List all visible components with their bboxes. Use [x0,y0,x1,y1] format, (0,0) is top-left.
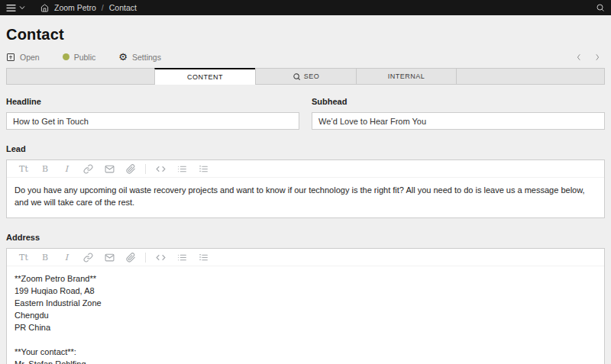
unordered-list-icon [177,253,187,263]
topbar: Zoom Petro / Contact [0,0,611,15]
search-button[interactable] [596,3,605,12]
ordered-list-icon [199,253,209,263]
paperclip-icon [126,164,136,174]
page-pager [576,53,605,61]
toolbar-divider [145,253,146,263]
content-form: Headline Subhead Lead Tt B I Do you hav [0,85,611,364]
unordered-list-icon [177,164,187,174]
attachment-button[interactable] [120,249,141,266]
bold-button[interactable]: B [34,160,56,177]
breadcrumb-separator: / [102,3,104,12]
tab-internal-label: INTERNAL [388,72,425,80]
text-style-icon: Tt [19,253,28,263]
lead-field: Lead Tt B I Do you have any upcoming oil… [6,144,605,218]
hamburger-icon [6,4,16,12]
open-label: Open [20,53,40,62]
gear-icon: ⚙ [118,52,128,62]
settings-button[interactable]: ⚙ Settings [118,52,161,62]
page-title: Contact [6,26,605,43]
email-icon [105,253,115,263]
settings-label: Settings [132,53,161,62]
lead-textarea[interactable]: Do you have any upcoming oil waste recov… [7,178,604,217]
text-style-button[interactable]: Tt [13,160,34,177]
search-icon [596,3,605,12]
status-button[interactable]: Public [63,53,96,62]
address-label: Address [6,233,605,242]
link-button[interactable] [77,160,99,177]
attachment-button[interactable] [120,160,141,177]
link-icon [83,164,93,174]
address-textarea[interactable]: **Zoom Petro Brand** 199 Huqiao Road, A8… [7,266,604,364]
subhead-label: Subhead [312,97,605,106]
open-window-icon [6,53,15,62]
italic-button[interactable]: I [56,249,77,266]
bold-icon: B [42,164,48,174]
code-icon [156,253,166,263]
bold-button[interactable]: B [34,249,56,266]
unordered-list-button[interactable] [171,249,192,266]
code-button[interactable] [150,249,171,266]
prev-page-button[interactable] [576,53,582,61]
header-actions: Open Public ⚙ Settings [6,52,605,62]
lead-label: Lead [6,144,605,153]
code-button[interactable] [150,160,171,177]
address-field: Address Tt B I **Zoom Petro Brand** 199 … [6,233,605,364]
headline-label: Headline [6,97,299,106]
main-menu-button[interactable] [6,4,25,12]
headline-field: Headline [6,97,299,130]
tab-seo[interactable]: SEO [255,69,356,84]
headline-input[interactable] [6,112,299,130]
text-style-icon: Tt [19,164,28,174]
email-button[interactable] [99,160,120,177]
italic-icon: I [65,164,68,174]
ordered-list-button[interactable] [192,160,214,177]
ordered-list-button[interactable] [192,249,214,266]
italic-button[interactable]: I [56,160,77,177]
home-icon[interactable] [40,4,49,12]
next-page-button[interactable] [594,53,600,61]
lead-toolbar: Tt B I [7,160,604,178]
bold-icon: B [42,253,48,263]
code-icon [156,164,166,174]
unordered-list-button[interactable] [171,160,192,177]
tab-content[interactable]: CONTENT [154,68,255,85]
search-icon [293,72,301,81]
breadcrumb-site[interactable]: Zoom Petro [54,3,96,12]
tab-internal[interactable]: INTERNAL [356,69,457,84]
link-icon [83,253,93,263]
tab-seo-label: SEO [304,72,320,80]
ordered-list-icon [199,164,209,174]
email-icon [105,164,115,174]
subhead-input[interactable] [312,112,605,130]
italic-icon: I [65,253,68,263]
tab-bar: CONTENT SEO INTERNAL [6,68,605,85]
address-toolbar: Tt B I [7,249,604,266]
text-style-button[interactable]: Tt [13,249,34,266]
breadcrumb-page[interactable]: Contact [109,3,137,12]
tab-content-label: CONTENT [187,73,223,81]
lead-editor: Tt B I Do you have any upcoming oil wast… [6,159,605,218]
subhead-field: Subhead [312,97,605,130]
open-button[interactable]: Open [6,53,40,62]
link-button[interactable] [77,249,99,266]
email-button[interactable] [99,249,120,266]
page-header: Contact Open Public ⚙ Settings [0,15,611,62]
status-dot-icon [63,53,70,60]
paperclip-icon [126,253,136,263]
chevron-down-icon [19,5,25,10]
address-editor: Tt B I **Zoom Petro Brand** 199 Huqiao R… [6,248,605,364]
breadcrumb: Zoom Petro / Contact [40,3,137,12]
toolbar-divider [145,164,146,174]
status-badge: Public [74,53,96,62]
